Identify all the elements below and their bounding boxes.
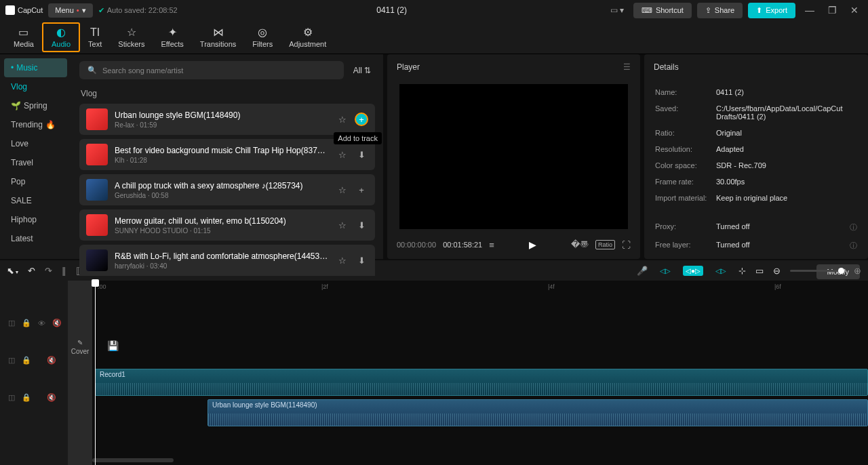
info-icon[interactable]: ⓘ xyxy=(850,241,857,251)
align-tool[interactable]: ⊹ xyxy=(738,266,746,276)
player-canvas[interactable] xyxy=(399,84,628,229)
sidebar-item-trending[interactable]: Trending🔥 xyxy=(4,115,67,134)
close-button[interactable]: ✕ xyxy=(846,2,863,18)
save-track-icon[interactable]: 💾 xyxy=(107,340,119,351)
sidebar-item-travel[interactable]: Travel xyxy=(4,153,67,172)
tab-audio[interactable]: ◐Audio xyxy=(42,22,80,52)
magnet-center[interactable]: ◁●▷ xyxy=(683,266,703,276)
track-add-icon[interactable]: ◫ xyxy=(8,393,15,402)
zoom-in-button[interactable]: ⊕ xyxy=(854,266,861,276)
zoom-out-button[interactable]: ⊖ xyxy=(773,266,781,276)
song-item[interactable]: Best for video background music Chill Tr… xyxy=(79,139,375,170)
minimize-button[interactable]: — xyxy=(801,2,818,18)
autosave-status: ✔ Auto saved: 22:08:52 xyxy=(98,6,178,15)
magnet-left[interactable]: ◁▷ xyxy=(657,266,673,276)
sidebar-item-pop[interactable]: Pop xyxy=(4,172,67,191)
favorite-button[interactable]: ☆ xyxy=(336,113,349,126)
tab-media[interactable]: ▭Media xyxy=(5,24,42,51)
tab-stickers[interactable]: ☆Stickers xyxy=(110,24,153,51)
snapshot-icon[interactable]: �〠 xyxy=(571,239,589,251)
shortcut-button[interactable]: ⌨Shortcut xyxy=(633,3,692,18)
sidebar-item-latest[interactable]: Latest xyxy=(4,229,67,248)
zoom-slider[interactable] xyxy=(790,270,844,272)
timeline: ◫ 🔒 👁 🔇 ◫ 🔒 . 🔇 ◫ 🔒 . 🔇 ✎Cover :00 |2f |… xyxy=(0,281,868,465)
add-to-track-button[interactable]: + xyxy=(355,113,368,126)
player-title: Player xyxy=(397,62,420,72)
magnet-right[interactable]: ◁▷ xyxy=(713,266,729,276)
info-icon[interactable]: ⓘ xyxy=(850,222,857,232)
menu-button[interactable]: Menu•▾ xyxy=(48,3,92,18)
sidebar-item-sale[interactable]: SALE xyxy=(4,191,67,210)
tab-filters[interactable]: ◎Filters xyxy=(244,24,281,51)
download-button[interactable]: ⬇ xyxy=(355,148,368,161)
sidebar-item-spring[interactable]: 🌱Spring xyxy=(4,96,67,115)
timeline-ruler[interactable]: :00 |2f |4f |6f xyxy=(92,281,868,294)
playhead[interactable] xyxy=(95,281,96,465)
preview-tool[interactable]: ▭ xyxy=(755,266,764,276)
sidebar-item-love[interactable]: Love xyxy=(4,134,67,153)
mic-button[interactable]: 🎤 xyxy=(637,266,648,276)
tab-transitions[interactable]: ⋈Transitions xyxy=(192,24,244,51)
detail-value: Turned off xyxy=(716,241,850,251)
download-button[interactable]: ⬇ xyxy=(355,254,368,267)
maximize-button[interactable]: ❐ xyxy=(824,2,841,18)
play-button[interactable]: ▶ xyxy=(529,239,536,250)
clip-bgm[interactable]: Urban lounge style BGM(1148490) xyxy=(208,399,868,426)
redo-button[interactable]: ↷ xyxy=(45,266,52,276)
tab-text[interactable]: TIText xyxy=(80,24,110,51)
layout-selector[interactable]: ▭ ▾ xyxy=(606,3,628,17)
clip-record[interactable]: Record1 xyxy=(95,369,868,396)
timeline-tracks[interactable]: :00 |2f |4f |6f 💾 Record1 Urban lounge s… xyxy=(92,281,868,465)
song-item[interactable]: A chill pop truck with a sexy atmosphere… xyxy=(79,174,375,205)
favorite-button[interactable]: ☆ xyxy=(336,183,349,197)
app-logo: CapCut xyxy=(5,5,43,15)
track-add-icon[interactable]: ◫ xyxy=(8,319,15,327)
detail-label: Ratio: xyxy=(655,129,716,137)
track-lock-icon[interactable]: 🔒 xyxy=(22,393,31,402)
undo-button[interactable]: ↶ xyxy=(28,266,35,276)
details-panel: Details Name:0411 (2) Saved:C:/Users/fba… xyxy=(644,54,868,259)
song-item[interactable]: R&B with Lo-Fi, light and comfortable at… xyxy=(79,245,375,276)
filter-button[interactable]: All ⇅ xyxy=(349,63,375,78)
track-mute-icon[interactable]: 🔇 xyxy=(47,356,56,365)
share-button[interactable]: ⇪Share xyxy=(697,3,743,18)
search-input[interactable]: 🔍Search song name/artist xyxy=(79,61,344,79)
sidebar-item-vlog[interactable]: Vlog xyxy=(4,77,67,96)
cover-button[interactable]: ✎Cover xyxy=(71,339,90,355)
fullscreen-icon[interactable]: ⛶ xyxy=(622,240,631,250)
song-item[interactable]: Urban lounge style BGM(1148490)Re-lax · … xyxy=(79,104,375,135)
selection-tool[interactable]: ⬉ xyxy=(7,266,18,276)
track-lock-icon[interactable]: 🔒 xyxy=(22,356,31,365)
tab-adjustment[interactable]: ⚙Adjustment xyxy=(281,24,334,51)
favorite-button[interactable]: ☆ xyxy=(336,148,349,161)
clip-label: Urban lounge style BGM(1148490) xyxy=(208,400,867,410)
favorite-button[interactable]: ☆ xyxy=(336,254,349,267)
song-item[interactable]: Merrow guitar, chill out, winter, emo b(… xyxy=(79,209,375,241)
ratio-button[interactable]: Ratio xyxy=(595,240,615,249)
track-lock-icon[interactable]: 🔒 xyxy=(22,319,31,327)
tab-effects[interactable]: ✦Effects xyxy=(153,24,191,51)
project-title: 0411 (2) xyxy=(183,5,601,15)
media-icon: ▭ xyxy=(18,26,28,39)
track-mute-icon[interactable]: 🔇 xyxy=(52,319,62,327)
split-tool[interactable]: ‖ xyxy=(62,266,66,276)
track-mute-icon[interactable]: 🔇 xyxy=(47,393,56,402)
download-button[interactable]: ⬇ xyxy=(355,218,368,232)
favorite-button[interactable]: ☆ xyxy=(336,218,349,232)
app-name: CapCut xyxy=(18,6,43,14)
player-menu-icon[interactable]: ☰ xyxy=(623,62,631,72)
track-eye-icon[interactable]: 👁 xyxy=(38,319,45,327)
export-icon: ⬆ xyxy=(756,6,762,15)
timeline-scrollbar[interactable] xyxy=(92,458,174,462)
track-add-icon[interactable]: ◫ xyxy=(8,356,15,365)
list-icon[interactable]: ≡ xyxy=(489,240,494,250)
detail-value: Original xyxy=(716,129,857,137)
song-title: Merrow guitar, chill out, winter, emo b(… xyxy=(115,216,329,226)
export-button[interactable]: ⬆Export xyxy=(748,3,795,18)
song-meta: Re-lax · 01:59 xyxy=(115,121,329,129)
song-title: Urban lounge style BGM(1148490) xyxy=(115,110,329,120)
detail-value: 30.00fps xyxy=(716,178,857,186)
add-button[interactable]: + xyxy=(355,183,368,197)
sidebar-item-music[interactable]: •Music xyxy=(4,58,67,77)
sidebar-item-hiphop[interactable]: Hiphop xyxy=(4,210,67,229)
